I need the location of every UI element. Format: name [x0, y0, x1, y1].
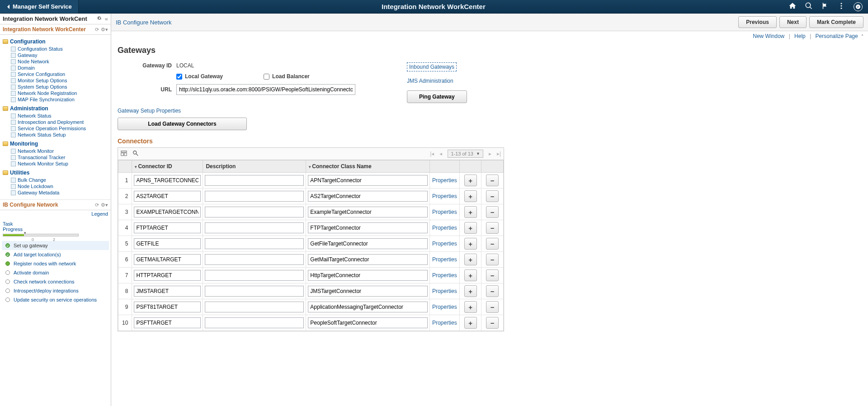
home-icon[interactable]	[788, 2, 797, 11]
description-input[interactable]	[205, 175, 304, 186]
tree-item[interactable]: Node Lockdown	[3, 183, 111, 189]
compass-icon[interactable]	[854, 2, 863, 11]
ping-gateway-button[interactable]: Ping Gateway	[407, 90, 467, 103]
add-row-button[interactable]: +	[464, 175, 477, 186]
task-link[interactable]: Register nodes with network	[14, 261, 76, 266]
properties-link[interactable]: Properties	[432, 225, 457, 231]
tree-item[interactable]: Network Monitor Setup	[3, 161, 111, 167]
properties-link[interactable]: Properties	[432, 304, 457, 310]
tree-item[interactable]: Bulk Change	[3, 177, 111, 183]
add-row-button[interactable]: +	[464, 254, 477, 265]
url-input[interactable]	[176, 84, 355, 95]
task-item[interactable]: Update security on service operations	[2, 295, 109, 304]
connector-id-input[interactable]	[134, 254, 201, 265]
gateway-setup-properties-link[interactable]: Gateway Setup Properties	[118, 108, 181, 114]
next-page-icon[interactable]: ▸	[489, 151, 491, 157]
connector-id-input[interactable]	[134, 207, 201, 217]
tree-item[interactable]: Configuration Status	[3, 46, 111, 52]
search-icon[interactable]	[805, 2, 813, 11]
connector-class-input[interactable]	[308, 302, 428, 312]
tree-item[interactable]: Gateway Metadata	[3, 189, 111, 196]
connector-id-input[interactable]	[134, 286, 201, 297]
tree-group[interactable]: Administration	[3, 104, 111, 113]
description-input[interactable]	[205, 191, 304, 202]
flag-icon[interactable]	[821, 2, 829, 11]
connector-class-input[interactable]	[308, 191, 428, 202]
refresh-icon[interactable]: ⟳	[95, 202, 99, 208]
connector-id-input[interactable]	[134, 302, 201, 312]
tree-item[interactable]: Transactional Tracker	[3, 154, 111, 161]
load-balancer-input[interactable]	[264, 74, 269, 80]
task-link[interactable]: Activate domain	[14, 270, 49, 275]
task-item[interactable]: Add target location(s)	[2, 250, 109, 259]
connector-id-input[interactable]	[134, 270, 201, 281]
task-item[interactable]: Set up gateway	[2, 241, 109, 250]
col-description[interactable]: Description	[203, 161, 306, 173]
delete-row-button[interactable]: −	[486, 206, 499, 218]
description-input[interactable]	[205, 286, 304, 297]
add-row-button[interactable]: +	[464, 317, 477, 329]
add-row-button[interactable]: +	[464, 301, 477, 313]
description-input[interactable]	[205, 317, 304, 328]
delete-row-button[interactable]: −	[486, 285, 499, 297]
connector-id-input[interactable]	[134, 175, 201, 186]
task-link[interactable]: Add target location(s)	[14, 252, 61, 257]
properties-link[interactable]: Properties	[432, 241, 457, 247]
description-input[interactable]	[205, 222, 304, 233]
tree-item[interactable]: Service Configuration	[3, 71, 111, 77]
properties-link[interactable]: Properties	[432, 288, 457, 294]
tree-item[interactable]: MAP File Synchronization	[3, 96, 111, 103]
tree-item[interactable]: Gateway	[3, 52, 111, 58]
connector-class-input[interactable]	[308, 175, 428, 186]
tree-item[interactable]: Domain	[3, 65, 111, 71]
connector-id-input[interactable]	[134, 238, 201, 249]
description-input[interactable]	[205, 238, 304, 249]
connector-class-input[interactable]	[308, 286, 428, 297]
task-link[interactable]: Update security on service operations	[14, 297, 97, 302]
local-gateway-input[interactable]	[176, 74, 182, 80]
add-row-button[interactable]: +	[464, 190, 477, 202]
add-row-button[interactable]: +	[464, 285, 477, 297]
add-row-button[interactable]: +	[464, 222, 477, 234]
properties-link[interactable]: Properties	[432, 256, 457, 263]
col-connector-class[interactable]: Connector Class Name	[306, 161, 430, 173]
task-item[interactable]: Check network connections	[2, 277, 109, 286]
mark-complete-button[interactable]: Mark Complete	[809, 16, 863, 28]
last-page-icon[interactable]: ▸|	[497, 151, 501, 157]
menu-icon[interactable]	[837, 2, 845, 11]
load-gateway-connectors-button[interactable]: Load Gateway Connectors	[118, 118, 247, 130]
connector-class-input[interactable]	[308, 207, 428, 217]
load-balancer-checkbox[interactable]: Load Balancer	[264, 73, 310, 80]
collapse-icon[interactable]: «	[105, 15, 108, 22]
delete-row-button[interactable]: −	[486, 238, 499, 250]
description-input[interactable]	[205, 254, 304, 265]
tree-group[interactable]: Monitoring	[3, 140, 111, 148]
delete-row-button[interactable]: −	[486, 301, 499, 313]
task-item[interactable]: Register nodes with network	[2, 259, 109, 268]
previous-button[interactable]: Previous	[738, 16, 777, 28]
properties-link[interactable]: Properties	[432, 272, 457, 279]
connector-class-input[interactable]	[308, 254, 428, 265]
tree-item[interactable]: System Setup Options	[3, 84, 111, 90]
refresh-icon[interactable]: ⟳	[95, 27, 99, 33]
connector-id-input[interactable]	[134, 191, 201, 202]
tree-group[interactable]: Utilities	[3, 169, 111, 177]
connector-class-input[interactable]	[308, 270, 428, 281]
description-input[interactable]	[205, 302, 304, 312]
tree-item[interactable]: Network Status Setup	[3, 132, 111, 138]
properties-link[interactable]: Properties	[432, 193, 457, 199]
delete-row-button[interactable]: −	[486, 317, 499, 329]
pager-info[interactable]: 1-13 of 13 ▼	[448, 150, 483, 158]
add-row-button[interactable]: +	[464, 238, 477, 250]
description-input[interactable]	[205, 207, 304, 217]
tree-item[interactable]: Monitor Setup Options	[3, 77, 111, 84]
tree-group[interactable]: Configuration	[3, 38, 111, 46]
description-input[interactable]	[205, 270, 304, 281]
add-row-button[interactable]: +	[464, 269, 477, 281]
tree-item[interactable]: Service Operation Permissions	[3, 125, 111, 132]
back-button[interactable]: Manager Self Service	[0, 0, 79, 13]
connector-id-input[interactable]	[134, 317, 201, 328]
collapse-caret-icon[interactable]: ˄	[861, 34, 863, 39]
first-page-icon[interactable]: |◂	[430, 151, 434, 157]
task-item[interactable]: Introspect/deploy integrations	[2, 286, 109, 295]
